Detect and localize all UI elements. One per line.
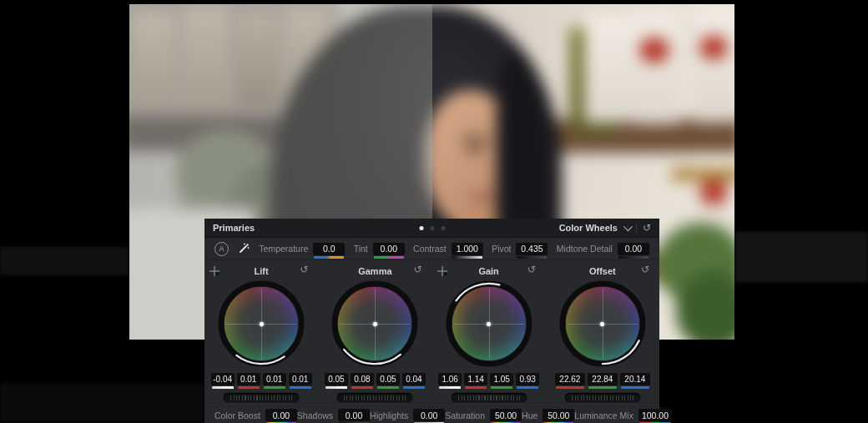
divider — [636, 223, 637, 233]
shadows-value[interactable]: 0.00 — [338, 409, 370, 421]
lift-wheel-disk[interactable] — [225, 287, 298, 360]
saturation-label: Saturation — [445, 410, 485, 420]
gamma-color-wheel[interactable] — [331, 280, 418, 367]
luminance-mix-value[interactable]: 100.00 — [638, 409, 672, 421]
lift-master-value[interactable]: -0.04 — [211, 373, 235, 385]
hue-label: Hue — [522, 410, 537, 420]
wheel-reset-icon[interactable]: ↺ — [641, 264, 649, 274]
background-remnant — [734, 232, 868, 282]
gain-blue-value[interactable]: 0.93 — [516, 373, 539, 385]
wheel-title: Gain — [478, 266, 498, 276]
lift-blue-value[interactable]: 0.01 — [289, 373, 312, 385]
lift-green-value[interactable]: 0.01 — [263, 373, 286, 385]
offset-color-wheel[interactable] — [559, 280, 646, 367]
wheel-mode-icon[interactable] — [209, 265, 220, 277]
can-label — [700, 36, 727, 59]
gain-green-value[interactable]: 1.05 — [490, 373, 513, 385]
wheel-puck[interactable] — [373, 322, 377, 326]
tint-value[interactable]: 0.00 — [373, 243, 405, 255]
offset-red-value[interactable]: 22.62 — [555, 373, 585, 385]
hue-value[interactable]: 50.00 — [542, 409, 574, 421]
offset-master-dial[interactable] — [565, 393, 640, 402]
lift-red-value[interactable]: 0.01 — [237, 373, 260, 385]
wheel-reset-icon[interactable]: ↺ — [527, 264, 536, 274]
white-can — [584, 14, 631, 123]
wheel-puck[interactable] — [487, 322, 491, 326]
pivot-value[interactable]: 0.435 — [516, 243, 548, 255]
page-dot[interactable] — [430, 226, 434, 230]
gain-master-value[interactable]: 1.06 — [438, 373, 462, 385]
offset-wheel-disk[interactable] — [566, 287, 639, 360]
page-dot-active[interactable] — [419, 226, 423, 230]
pivot-field: Pivot 0.435 — [492, 243, 548, 255]
midtone-detail-label: Midtone Detail — [557, 244, 613, 254]
gamma-blue-value[interactable]: 0.04 — [402, 373, 426, 385]
lips — [467, 193, 497, 202]
auto-balance-icon[interactable]: A — [214, 242, 229, 256]
gamma-green-value[interactable]: 0.05 — [376, 373, 400, 385]
wheel-mode-icon[interactable] — [437, 265, 448, 277]
gamma-red-value[interactable]: 0.08 — [351, 373, 374, 385]
gain-wheel-disk[interactable] — [452, 287, 526, 360]
page-dots[interactable] — [419, 219, 445, 237]
highlights-label: Highlights — [370, 410, 408, 420]
chevron-down-icon[interactable] — [623, 222, 633, 231]
saturation-value[interactable]: 50.00 — [490, 409, 522, 421]
highlights-field: Highlights 0.00 — [370, 409, 445, 421]
wheel-puck[interactable] — [260, 322, 264, 326]
offset-blue-value[interactable]: 20.14 — [620, 373, 650, 385]
pivot-label: Pivot — [492, 244, 511, 254]
luminance-mix-label: Luminance Mix — [574, 410, 633, 420]
gamma-master-value[interactable]: 0.05 — [325, 373, 348, 385]
temperature-value[interactable]: 0.0 — [313, 243, 345, 255]
background-remnant — [0, 247, 129, 275]
offset-green-value[interactable]: 22.84 — [588, 373, 618, 385]
lift-values: -0.04 0.01 0.01 0.01 — [211, 373, 312, 385]
wheel-lift: Lift ↺ -0.04 0.01 0.01 — [204, 264, 318, 402]
wheel-reset-icon[interactable]: ↺ — [300, 264, 308, 274]
gamma-master-dial[interactable] — [337, 393, 412, 402]
eye — [465, 146, 483, 152]
midtone-detail-field: Midtone Detail 0.00 — [557, 243, 649, 255]
shadows-field: Shadows 0.00 — [297, 409, 370, 421]
wheel-reset-icon[interactable]: ↺ — [413, 264, 421, 274]
wheel-title: Offset — [589, 266, 616, 276]
luminance-mix-field: Luminance Mix 100.00 — [574, 409, 672, 421]
highlights-value[interactable]: 0.00 — [413, 409, 445, 421]
gain-red-value[interactable]: 1.14 — [464, 373, 487, 385]
wheel-puck[interactable] — [600, 322, 604, 326]
color-wheels-row: Lift ↺ -0.04 0.01 0.01 — [204, 260, 659, 402]
tint-label: Tint — [354, 244, 368, 254]
wheel-gain: Gain ↺ 1.06 1.14 1.05 — [432, 264, 546, 402]
temperature-field: Temperature 0.0 — [259, 243, 345, 255]
lift-master-dial[interactable] — [224, 393, 299, 402]
gamma-values: 0.05 0.08 0.05 0.04 — [325, 373, 426, 385]
page-dot[interactable] — [441, 226, 445, 230]
mode-dropdown-label[interactable]: Color Wheels — [559, 223, 618, 233]
midtone-detail-value[interactable]: 0.00 — [618, 243, 649, 255]
color-boost-value[interactable]: 0.00 — [265, 409, 297, 421]
color-boost-label: Color Boost — [214, 410, 260, 420]
wheel-offset: Offset ↺ 22.62 22.84 20.14 — [546, 264, 659, 402]
white-can — [694, 4, 734, 123]
lift-color-wheel[interactable] — [218, 280, 305, 367]
panel-title: Primaries — [213, 223, 255, 233]
contrast-value[interactable]: 1.000 — [452, 243, 483, 255]
gain-values: 1.06 1.14 1.05 0.93 — [438, 373, 539, 385]
gamma-wheel-disk[interactable] — [338, 287, 411, 360]
shadows-label: Shadows — [297, 410, 333, 420]
picker-wand-icon[interactable] — [237, 242, 250, 255]
panel-header: Primaries Color Wheels ↺ — [204, 219, 659, 238]
contrast-label: Contrast — [413, 244, 447, 254]
saturation-field: Saturation 50.00 — [445, 409, 522, 421]
color-boost-field: Color Boost 0.00 — [214, 409, 297, 421]
gain-master-dial[interactable] — [452, 393, 527, 402]
gain-color-wheel[interactable] — [446, 280, 532, 367]
hue-field: Hue 50.00 — [522, 409, 574, 421]
offset-values: 22.62 22.84 20.14 — [555, 373, 650, 385]
panel-reset-icon[interactable]: ↺ — [643, 223, 651, 233]
tint-field: Tint 0.00 — [354, 243, 405, 255]
background-remnant — [0, 384, 204, 423]
wheel-title: Lift — [255, 266, 269, 276]
white-can — [632, 11, 680, 124]
